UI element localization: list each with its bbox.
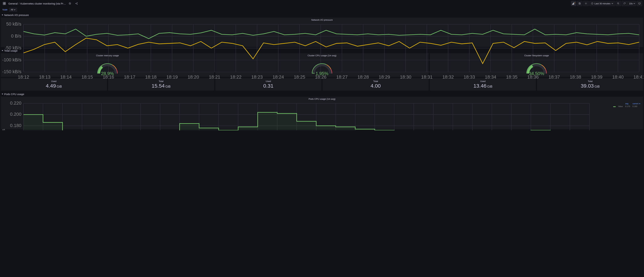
tv-mode-icon[interactable] xyxy=(637,1,642,6)
legend-col-avg[interactable]: avg xyxy=(624,102,631,105)
add-panel-icon[interactable]: + xyxy=(571,1,576,6)
share-icon[interactable] xyxy=(74,1,79,6)
svg-text:0 B/s: 0 B/s xyxy=(11,33,22,38)
chevron-down-icon xyxy=(2,94,3,94)
gauge-cpu-value: 1.95% xyxy=(316,71,328,76)
refresh-interval-label: 10s xyxy=(629,2,633,5)
row-title-pods-cpu: Pods CPU usage xyxy=(4,93,24,96)
legend-avg-val: 0.170 xyxy=(624,105,631,108)
breadcrumb-folder[interactable]: General xyxy=(8,2,18,5)
svg-point-13 xyxy=(586,3,586,4)
svg-point-4 xyxy=(76,3,76,4)
dashboards-icon[interactable] xyxy=(2,1,7,6)
svg-text:-50 kB/s: -50 kB/s xyxy=(5,45,22,50)
breadcrumb: General / Kubernetes cluster monitoring … xyxy=(8,2,66,5)
time-range-button[interactable]: Last 30 minutes xyxy=(590,1,615,6)
svg-point-5 xyxy=(77,2,78,3)
panel-title: Network I/O pressure xyxy=(1,17,643,22)
gauge-fs-value: 34.50% xyxy=(529,71,544,76)
svg-text:50 kB/s: 50 kB/s xyxy=(6,22,22,26)
refresh-button[interactable]: 10s xyxy=(622,1,636,6)
svg-rect-10 xyxy=(573,3,574,5)
svg-rect-9 xyxy=(572,4,573,5)
svg-text:0.200: 0.200 xyxy=(10,112,22,117)
panel-title: Pods CPU usage (1m avg) xyxy=(1,97,643,101)
pods-cpu-chart: cores 0.2200.2000.1800.1600.1400.120 18:… xyxy=(1,101,643,130)
stat-unit: GiB xyxy=(165,85,170,88)
variable-node-value: All xyxy=(11,8,13,11)
panel-network-io[interactable]: Network I/O pressure 50 kB/s0 B/s-50 kB/… xyxy=(1,17,643,47)
variable-node-label: Node xyxy=(2,8,8,11)
chevron-down-icon xyxy=(612,2,613,4)
stat-value: 13.46 xyxy=(474,83,486,89)
stat-value: 15.54 xyxy=(152,83,165,89)
svg-text:0.220: 0.220 xyxy=(10,101,22,106)
settings-icon[interactable] xyxy=(583,1,589,6)
svg-rect-3 xyxy=(4,4,6,5)
stat-unit: GiB xyxy=(57,85,62,88)
svg-point-6 xyxy=(77,4,78,4)
svg-text:cores: cores xyxy=(1,129,6,130)
time-range-label: Last 30 minutes xyxy=(594,2,610,5)
row-header-pods-cpu[interactable]: Pods CPU usage xyxy=(0,92,644,97)
svg-rect-0 xyxy=(3,2,4,3)
stat-value: 4.00 xyxy=(370,83,380,89)
svg-line-8 xyxy=(76,4,77,4)
gauge-mem-value: 28.9% xyxy=(101,71,114,76)
stat-value: 4.49 xyxy=(46,83,56,89)
pods-legend: avgcurrent ▼ Value0.1700.160 xyxy=(612,102,642,108)
chevron-down-icon xyxy=(634,2,635,4)
svg-rect-2 xyxy=(3,4,4,5)
chevron-down-icon xyxy=(2,14,3,15)
star-icon[interactable] xyxy=(67,1,72,6)
stat-unit: GiB xyxy=(594,85,600,88)
row-title-network: Network I/O pressure xyxy=(4,13,29,16)
row-header-network[interactable]: Network I/O pressure xyxy=(0,12,644,17)
svg-text:0.180: 0.180 xyxy=(10,123,22,128)
stat-value: 39.03 xyxy=(581,83,594,89)
breadcrumb-dashboard[interactable]: Kubernetes cluster monitoring (via Pr… xyxy=(20,2,66,5)
dashboard-header: General / Kubernetes cluster monitoring … xyxy=(0,0,644,7)
panel-pods-cpu[interactable]: Pods CPU usage (1m avg) avgcurrent ▼ Val… xyxy=(1,97,643,129)
svg-text:+: + xyxy=(574,2,575,4)
svg-line-7 xyxy=(76,3,77,3)
chevron-down-icon xyxy=(14,9,16,10)
variable-row: Node All xyxy=(0,7,644,12)
legend-cur-val: 0.160 xyxy=(632,105,642,108)
zoom-out-icon[interactable] xyxy=(616,1,621,6)
svg-rect-18 xyxy=(638,3,640,4)
svg-line-16 xyxy=(618,4,619,4)
stat-unit: GiB xyxy=(487,85,492,88)
svg-rect-11 xyxy=(574,2,574,5)
svg-rect-1 xyxy=(4,2,6,3)
legend-col-current[interactable]: current ▼ xyxy=(632,102,642,105)
variable-node-select[interactable]: All xyxy=(9,8,17,12)
stat-value: 0.31 xyxy=(263,83,273,89)
legend-series-name[interactable]: Value xyxy=(617,105,624,108)
legend-swatch xyxy=(613,106,616,107)
breadcrumb-separator: / xyxy=(18,2,19,5)
save-icon[interactable] xyxy=(577,1,582,6)
